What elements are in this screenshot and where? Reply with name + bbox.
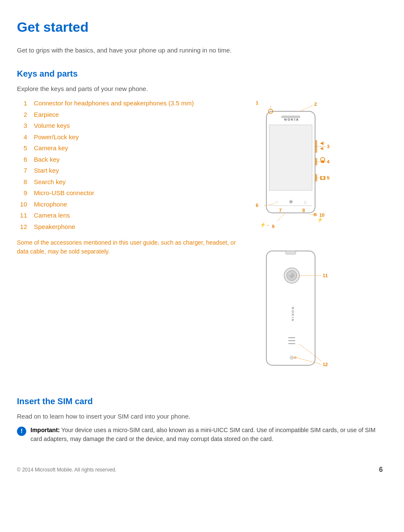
- item-num: 8: [17, 177, 27, 187]
- svg-text:8: 8: [302, 208, 305, 213]
- svg-text:12: 12: [323, 362, 328, 367]
- sim-section: Insert the SIM card Read on to learn how…: [17, 395, 383, 444]
- list-item: 11Camera lens: [17, 211, 239, 221]
- keys-parts-description: Explore the keys and parts of your new p…: [17, 84, 383, 94]
- item-label: Camera lens: [34, 211, 70, 221]
- svg-text:NOKIA: NOKIA: [291, 307, 295, 322]
- svg-text:→: →: [266, 223, 270, 227]
- svg-point-52: [294, 356, 296, 359]
- item-label: Camera key: [34, 143, 68, 153]
- phone-diagrams-col: NOKIA ← ✱ ⌂ 1 2 ◀): [247, 99, 383, 382]
- item-num: 2: [17, 110, 27, 120]
- item-label: Microphone: [34, 200, 67, 209]
- svg-text:◀): ◀): [320, 141, 324, 145]
- sim-description: Read on to learn how to insert your SIM …: [17, 412, 383, 422]
- svg-point-48: [290, 356, 293, 359]
- svg-line-32: [277, 213, 285, 221]
- list-item: 1Connector for headphones and speakerpho…: [17, 99, 239, 108]
- svg-text:⌂: ⌂: [304, 199, 307, 205]
- important-label: Important:: [30, 427, 60, 433]
- phone-back-diagram: NOKIA ☰ 11 12: [247, 247, 336, 382]
- svg-text:10: 10: [319, 212, 324, 218]
- item-num: 5: [17, 143, 27, 153]
- list-item: 7Start key: [17, 166, 239, 176]
- svg-text:5: 5: [327, 175, 329, 180]
- list-item: 5Camera key: [17, 143, 239, 153]
- phone-front-diagram: NOKIA ← ✱ ⌂ 1 2 ◀): [247, 99, 336, 238]
- list-item: 10Microphone: [17, 200, 239, 209]
- item-num: 7: [17, 166, 27, 176]
- copyright-text: © 2014 Microsoft Mobile. All rights rese…: [17, 466, 116, 474]
- svg-text:◀): ◀): [320, 146, 324, 150]
- item-num: 6: [17, 155, 27, 165]
- list-item: 9Micro-USB connector: [17, 188, 239, 198]
- footer: © 2014 Microsoft Mobile. All rights rese…: [17, 460, 383, 475]
- important-box: ! Important: Your device uses a micro-SI…: [17, 426, 383, 444]
- important-text: Important: Your device uses a micro-SIM …: [30, 426, 383, 444]
- item-num: 11: [17, 211, 27, 221]
- accessories-note: Some of the accessories mentioned in thi…: [17, 238, 239, 256]
- item-label: Start key: [34, 166, 59, 176]
- important-body: Your device uses a micro-SIM card, also …: [30, 427, 376, 442]
- page-number: 6: [379, 465, 383, 475]
- important-icon: !: [17, 427, 26, 436]
- list-item: 8Search key: [17, 177, 239, 187]
- list-item: 12Speakerphone: [17, 222, 239, 232]
- svg-point-26: [321, 176, 324, 179]
- svg-rect-1: [269, 125, 312, 190]
- item-label: Search key: [34, 177, 66, 187]
- svg-text:4: 4: [327, 159, 330, 164]
- item-num: 1: [17, 99, 27, 108]
- svg-text:NOKIA: NOKIA: [284, 118, 299, 121]
- svg-point-45: [290, 273, 291, 275]
- svg-text:⚡: ⚡: [260, 222, 266, 228]
- svg-text:2: 2: [314, 102, 317, 107]
- item-num: 12: [17, 222, 27, 232]
- item-label: Power/Lock key: [34, 132, 79, 142]
- item-num: 9: [17, 188, 27, 198]
- list-item: 6Back key: [17, 155, 239, 165]
- svg-rect-3: [281, 116, 300, 118]
- svg-text:✱: ✱: [289, 199, 293, 205]
- list-item: 2Earpiece: [17, 110, 239, 120]
- parts-list: 1Connector for headphones and speakerpho…: [17, 99, 239, 232]
- svg-text:3: 3: [327, 144, 329, 149]
- svg-rect-41: [285, 251, 296, 254]
- svg-text:1: 1: [256, 100, 258, 105]
- item-label: Volume keys: [34, 121, 70, 131]
- item-num: 4: [17, 132, 27, 142]
- item-num: 3: [17, 121, 27, 131]
- list-item: 3Volume keys: [17, 121, 239, 131]
- svg-text:6: 6: [256, 203, 258, 208]
- page-title: Get started: [17, 17, 383, 37]
- item-label: Earpiece: [34, 110, 59, 120]
- svg-text:11: 11: [323, 273, 328, 278]
- svg-text:←: ←: [275, 199, 280, 205]
- svg-text:7: 7: [279, 208, 282, 213]
- item-label: Back key: [34, 155, 60, 165]
- item-num: 10: [17, 200, 27, 209]
- item-label: Micro-USB connector: [34, 188, 94, 198]
- item-label: Connector for headphones and speakerphon…: [34, 99, 194, 108]
- item-label: Speakerphone: [34, 222, 75, 232]
- svg-line-11: [300, 105, 313, 111]
- svg-point-36: [313, 213, 317, 216]
- keys-parts-heading: Keys and parts: [17, 67, 383, 80]
- intro-text: Get to grips with the basics, and have y…: [17, 46, 383, 55]
- svg-text:☰: ☰: [288, 336, 296, 346]
- svg-text:9: 9: [272, 224, 274, 229]
- sim-heading: Insert the SIM card: [17, 395, 383, 408]
- svg-text:⚡: ⚡: [317, 217, 323, 223]
- parts-list-col: 1Connector for headphones and speakerpho…: [17, 99, 239, 382]
- svg-rect-21: [321, 160, 324, 163]
- list-item: 4Power/Lock key: [17, 132, 239, 142]
